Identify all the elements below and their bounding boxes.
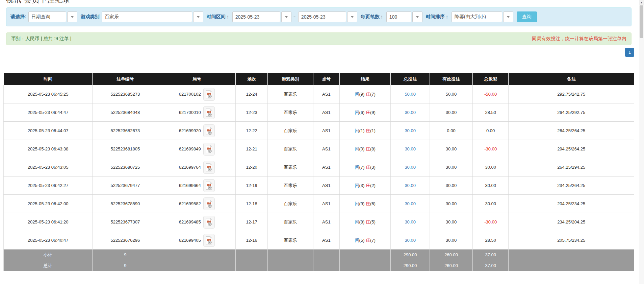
total-result [340, 260, 391, 271]
game-type-input[interactable] [102, 11, 192, 22]
column-header-total-bet: 总投注 [391, 73, 430, 85]
result-player-label: 闲 [355, 201, 359, 206]
result-player-label: 闲 [355, 146, 359, 151]
video-file-icon [205, 163, 213, 172]
cell-round-id: 621699582 [158, 195, 236, 213]
cell-table-no: AS1 [313, 140, 339, 158]
cell-game-type: 百家乐 [268, 85, 313, 103]
cell-remark: 204.25/234.25 [509, 195, 634, 213]
total-bet-link[interactable]: 30.00 [405, 110, 416, 115]
total-bet-link[interactable]: 30.00 [405, 146, 416, 151]
chevron-down-icon [285, 16, 288, 18]
video-file-icon [205, 126, 213, 135]
result-banker-score: (2) [370, 183, 376, 188]
date-to-dropdown-button[interactable] [347, 11, 357, 22]
total-bet-link[interactable]: 50.00 [405, 92, 416, 97]
cell-round-id: 621699664 [158, 176, 236, 195]
cell-result: 闲(6) 庄(9) [340, 103, 391, 122]
cell-time: 2025-05-23 06:45:25 [4, 85, 93, 103]
video-record-button[interactable] [203, 161, 215, 174]
video-record-button[interactable] [203, 179, 215, 192]
total-valid-bet: 260.00 [430, 260, 473, 271]
total-bet-link[interactable]: 30.00 [405, 183, 416, 188]
cell-total-bet: 30.00 [391, 213, 430, 231]
column-header-time: 时间 [4, 73, 93, 85]
total-bet-link[interactable]: 30.00 [405, 201, 416, 206]
column-header-result: 结果 [340, 73, 391, 85]
cell-game-type: 百家乐 [268, 122, 313, 140]
cell-remark: 294.25/264.25 [509, 140, 634, 158]
date-to-input[interactable] [298, 11, 346, 22]
sort-order-label: 时间排序： [426, 14, 449, 20]
pagination-page-1[interactable]: 1 [625, 48, 634, 57]
query-type-input[interactable] [28, 11, 66, 22]
result-banker-label: 庄 [366, 238, 370, 243]
game-type-dropdown-button[interactable] [193, 11, 203, 22]
cell-table-no: AS1 [313, 176, 339, 195]
cell-bet-id: 522523679477 [93, 176, 158, 195]
result-player-label: 闲 [355, 219, 359, 224]
cell-valid-bet: 30.00 [430, 103, 473, 122]
page-size-input[interactable] [386, 11, 411, 22]
round-cell: 621699405 [179, 234, 215, 247]
cell-session: 12-23 [236, 103, 268, 122]
result-banker-label: 庄 [366, 165, 370, 170]
cell-time: 2025-05-23 06:42:00 [4, 195, 93, 213]
total-remark [509, 260, 634, 271]
scrollbar-thumb[interactable] [640, 5, 643, 38]
pagination: 1 [3, 48, 634, 57]
subtotal-session [236, 250, 268, 260]
query-type-dropdown-button[interactable] [67, 11, 77, 22]
video-record-button[interactable] [203, 234, 215, 247]
cell-bet-id: 522523684048 [93, 103, 158, 122]
subtotal-row: 小计9290.00260.0037.00 [4, 250, 634, 260]
page-content: 视讯 会员下注纪录 请选择: 游戏类别 时间区间： ~ 每页笔数： 时间排序： [3, 0, 634, 271]
round-cell: 621700102 [179, 88, 215, 101]
video-record-button[interactable] [203, 143, 215, 156]
result-player-label: 闲 [355, 92, 359, 97]
column-header-table-no: 桌号 [313, 73, 339, 85]
cell-time: 2025-05-23 06:43:38 [4, 140, 93, 158]
result-player-label: 闲 [355, 165, 359, 170]
cell-round-id: 621699405 [158, 231, 236, 250]
video-record-button[interactable] [203, 106, 215, 119]
cell-total-bet: 50.00 [391, 85, 430, 103]
total-bet-link[interactable]: 30.00 [405, 219, 416, 224]
cell-payout: 0.00 [472, 122, 508, 140]
result-banker-score: (5) [370, 219, 376, 224]
date-from-dropdown-button[interactable] [281, 11, 291, 22]
cell-payout: 28.50 [472, 231, 508, 250]
cell-session: 12-19 [236, 176, 268, 195]
cell-valid-bet: 30.00 [430, 195, 473, 213]
search-button[interactable]: 查询 [517, 11, 537, 22]
sort-order-dropdown-button[interactable] [503, 11, 513, 22]
table-row: 2025-05-23 06:41:20522523677307621699485… [4, 213, 634, 231]
sort-order-input[interactable] [452, 11, 502, 22]
result-player-score: (7) [359, 165, 364, 170]
cell-session: 12-17 [236, 213, 268, 231]
date-from-input[interactable] [232, 11, 280, 22]
video-record-button[interactable] [203, 124, 215, 137]
total-bet-link[interactable]: 30.00 [405, 128, 416, 133]
result-banker-score: (3) [370, 165, 376, 170]
cell-payout: -30.00 [472, 140, 508, 158]
scroll-up-icon[interactable]: ▲ [639, 0, 644, 5]
page-size-dropdown-button[interactable] [412, 11, 422, 22]
game-type-combo [102, 11, 203, 22]
video-file-icon [205, 145, 213, 153]
table-row: 2025-05-23 06:44:07522523682673621699920… [4, 122, 634, 140]
vertical-scrollbar[interactable]: ▲ [639, 0, 644, 284]
total-bet-link[interactable]: 30.00 [405, 165, 416, 170]
cell-game-type: 百家乐 [268, 158, 313, 176]
date-from-combo [232, 11, 291, 22]
video-record-button[interactable] [203, 88, 215, 101]
cell-valid-bet: 30.00 [430, 140, 473, 158]
total-bet-link[interactable]: 30.00 [405, 238, 416, 243]
cell-bet-id: 522523685273 [93, 85, 158, 103]
video-record-button[interactable] [203, 197, 215, 210]
cell-total-bet: 30.00 [391, 140, 430, 158]
video-record-button[interactable] [203, 216, 215, 229]
cell-remark: 205.75/234.25 [509, 231, 634, 250]
cell-valid-bet: 0.00 [430, 122, 473, 140]
cell-valid-bet: 30.00 [430, 231, 473, 250]
